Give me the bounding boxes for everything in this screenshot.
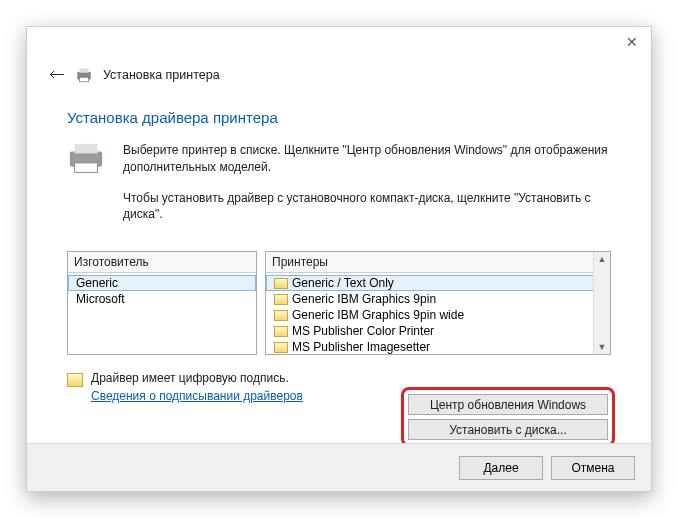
printer-item[interactable]: MS Publisher Color Printer — [266, 323, 610, 339]
svg-rect-1 — [80, 68, 89, 73]
printer-large-icon — [67, 142, 105, 174]
wizard-window: ✕ 🡐 Установка принтера Установка драйвер… — [26, 26, 652, 492]
driver-icon — [274, 326, 288, 337]
driver-icon — [274, 342, 288, 353]
manufacturer-item[interactable]: Generic — [68, 275, 256, 291]
intro-p2: Чтобы установить драйвер с установочного… — [123, 190, 611, 224]
printer-item[interactable]: MS Publisher Imagesetter — [266, 339, 610, 354]
content: Установка драйвера принтера Выберите при… — [27, 93, 651, 403]
intro-text: Выберите принтер в списке. Щелкните "Цен… — [123, 142, 611, 237]
printer-item[interactable]: Generic / Text Only — [266, 275, 610, 291]
scroll-down-icon[interactable]: ▼ — [598, 340, 607, 354]
next-button[interactable]: Далее — [459, 456, 543, 480]
driver-icon — [274, 310, 288, 321]
lists-row: Изготовитель Generic Microsoft Принтеры … — [67, 251, 611, 355]
driver-icon — [274, 278, 288, 289]
manufacturer-body: Generic Microsoft — [68, 273, 256, 354]
signature-text: Драйвер имеет цифровую подпись. — [91, 371, 289, 385]
page-heading: Установка драйвера принтера — [67, 109, 611, 126]
printer-item-label: Generic IBM Graphics 9pin wide — [292, 308, 464, 322]
driver-icon — [274, 294, 288, 305]
header-title: Установка принтера — [103, 68, 220, 82]
close-icon[interactable]: ✕ — [621, 31, 643, 53]
header-row: 🡐 Установка принтера — [27, 57, 651, 93]
titlebar: ✕ — [27, 27, 651, 57]
manufacturer-item[interactable]: Microsoft — [68, 291, 256, 307]
windows-update-button[interactable]: Центр обновления Windows — [408, 394, 608, 415]
printer-item[interactable]: Generic IBM Graphics 9pin — [266, 291, 610, 307]
printer-item-label: MS Publisher Color Printer — [292, 324, 434, 338]
printer-item-label: Generic / Text Only — [292, 276, 394, 290]
signature-icon — [67, 373, 83, 387]
intro-p1: Выберите принтер в списке. Щелкните "Цен… — [123, 142, 611, 176]
signature-text-block: Драйвер имеет цифровую подпись. Сведения… — [91, 371, 303, 403]
manufacturer-listbox[interactable]: Изготовитель Generic Microsoft — [67, 251, 257, 355]
signature-link[interactable]: Сведения о подписывании драйверов — [91, 389, 303, 403]
svg-rect-4 — [75, 144, 98, 153]
printer-item-label: Generic IBM Graphics 9pin — [292, 292, 436, 306]
svg-point-6 — [96, 154, 98, 156]
svg-rect-2 — [80, 77, 89, 82]
printer-body: Generic / Text Only Generic IBM Graphics… — [266, 273, 610, 354]
printer-header: Принтеры — [266, 252, 610, 273]
printer-listbox[interactable]: Принтеры Generic / Text Only Generic IBM… — [265, 251, 611, 355]
printer-item[interactable]: Generic IBM Graphics 9pin wide — [266, 307, 610, 323]
footer: Далее Отмена — [27, 443, 651, 491]
intro-row: Выберите принтер в списке. Щелкните "Цен… — [67, 142, 611, 237]
scrollbar[interactable]: ▲ ▼ — [593, 252, 610, 354]
svg-rect-5 — [75, 163, 98, 172]
back-arrow-icon[interactable]: 🡐 — [49, 66, 65, 84]
printer-icon — [75, 67, 93, 83]
manufacturer-header: Изготовитель — [68, 252, 256, 273]
scroll-up-icon[interactable]: ▲ — [598, 252, 607, 266]
printer-item-label: MS Publisher Imagesetter — [292, 340, 430, 354]
cancel-button[interactable]: Отмена — [551, 456, 635, 480]
highlight-box: Центр обновления Windows Установить с ди… — [401, 387, 615, 447]
have-disk-button[interactable]: Установить с диска... — [408, 419, 608, 440]
